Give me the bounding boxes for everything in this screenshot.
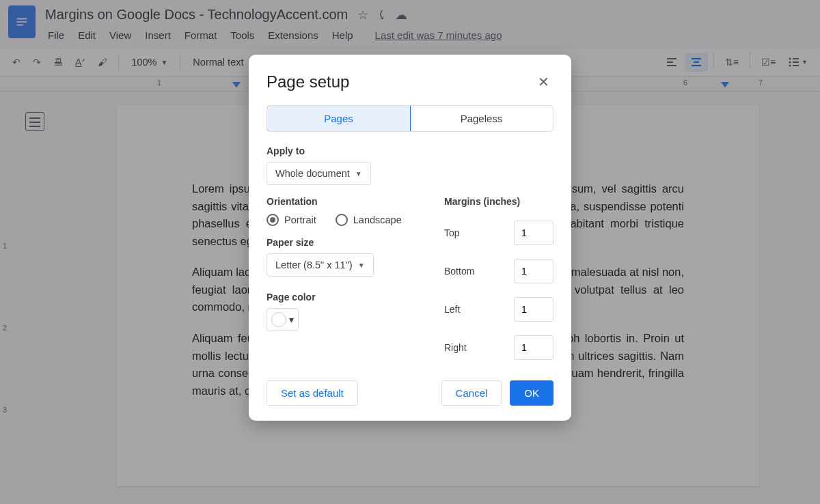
modal-overlay: Page setup ✕ Pages Pageless Apply to Who… [0, 0, 820, 504]
set-default-button[interactable]: Set as default [266, 380, 358, 406]
margin-bottom-label: Bottom [444, 266, 474, 277]
orientation-portrait-radio[interactable]: Portrait [266, 214, 316, 226]
paper-size-value: Letter (8.5" x 11") [275, 260, 353, 270]
apply-to-value: Whole document [275, 168, 350, 179]
margin-right-label: Right [444, 342, 467, 353]
margin-top-label: Top [444, 227, 460, 238]
margin-left-input[interactable] [514, 297, 554, 322]
margin-right-input[interactable] [514, 335, 554, 360]
apply-to-select[interactable]: Whole document ▼ [266, 162, 371, 185]
radio-icon [266, 214, 279, 226]
margins-label: Margins (inches) [444, 196, 554, 207]
tab-pageless[interactable]: Pageless [410, 106, 553, 131]
orientation-landscape-radio[interactable]: Landscape [336, 214, 402, 226]
format-tabs: Pages Pageless [266, 105, 554, 132]
caret-down-icon: ▼ [355, 170, 362, 178]
margin-bottom-input[interactable] [514, 259, 554, 283]
tab-pages[interactable]: Pages [266, 105, 411, 132]
dialog-title: Page setup [266, 72, 349, 92]
caret-down-icon: ▾ [289, 314, 294, 325]
color-circle-icon [271, 312, 286, 327]
margin-top-input[interactable] [514, 221, 554, 245]
margin-left-label: Left [444, 304, 460, 315]
paper-size-select[interactable]: Letter (8.5" x 11") ▼ [266, 253, 374, 277]
close-icon[interactable]: ✕ [534, 71, 554, 93]
page-setup-dialog: Page setup ✕ Pages Pageless Apply to Who… [249, 55, 571, 421]
paper-size-label: Paper size [266, 237, 424, 248]
orientation-label: Orientation [266, 196, 424, 207]
radio-label: Landscape [353, 214, 402, 225]
page-color-label: Page color [266, 292, 424, 303]
radio-label: Portrait [284, 214, 316, 225]
ok-button[interactable]: OK [510, 380, 554, 406]
apply-to-label: Apply to [266, 145, 554, 156]
caret-down-icon: ▼ [358, 262, 365, 269]
radio-icon [336, 214, 348, 226]
cancel-button[interactable]: Cancel [441, 380, 502, 406]
page-color-select[interactable]: ▾ [266, 308, 299, 331]
